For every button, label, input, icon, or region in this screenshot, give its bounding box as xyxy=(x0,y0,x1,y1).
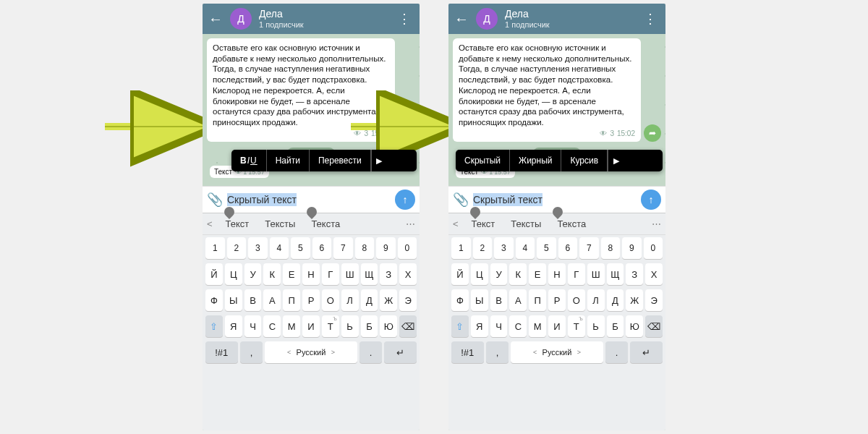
key-В[interactable]: В xyxy=(490,289,508,311)
message-input[interactable]: Скрытый текст xyxy=(473,194,637,205)
key-О[interactable]: О xyxy=(322,289,339,311)
comma-key[interactable]: , xyxy=(486,341,509,363)
send-button[interactable]: ↑ xyxy=(395,190,415,210)
key-Л[interactable]: Л xyxy=(587,289,605,311)
key-7[interactable]: 7 xyxy=(579,237,599,259)
key-Ч[interactable]: Ч xyxy=(490,315,508,337)
suggestion-2[interactable]: Тексты xyxy=(508,218,544,229)
key-Д[interactable]: Д xyxy=(361,289,378,311)
key-Ф[interactable]: Ф xyxy=(205,289,223,311)
context-more-icon[interactable]: ▶ xyxy=(371,150,387,171)
key-А[interactable]: А xyxy=(263,289,281,311)
key-0[interactable]: 0 xyxy=(644,237,663,259)
key-Э[interactable]: Э xyxy=(645,289,663,311)
key-К[interactable]: К xyxy=(263,263,281,285)
key-6[interactable]: 6 xyxy=(558,237,578,259)
key-0[interactable]: 0 xyxy=(398,237,417,259)
key-О[interactable]: О xyxy=(568,289,585,311)
back-icon[interactable]: ← xyxy=(454,11,469,27)
key-А[interactable]: А xyxy=(509,289,527,311)
key-Б[interactable]: Б xyxy=(361,315,378,337)
key-Ф[interactable]: Ф xyxy=(451,289,469,311)
suggest-prev-icon[interactable]: < xyxy=(453,218,459,229)
format-bold-button[interactable]: Жирный xyxy=(510,150,561,171)
key-8[interactable]: 8 xyxy=(601,237,621,259)
key-Ж[interactable]: Ж xyxy=(626,289,643,311)
key-Э[interactable]: Э xyxy=(399,289,417,311)
key-Ж[interactable]: Ж xyxy=(380,289,397,311)
key-Я[interactable]: Я xyxy=(471,315,488,337)
key-8[interactable]: 8 xyxy=(355,237,375,259)
key-И[interactable]: И xyxy=(302,315,320,337)
key-Ю[interactable]: Ю xyxy=(380,315,397,337)
key-2[interactable]: 2 xyxy=(473,237,493,259)
more-icon[interactable]: ⋮ xyxy=(641,11,660,27)
suggestion-3[interactable]: Текста xyxy=(554,218,589,229)
shift-key[interactable]: ⇧ xyxy=(205,315,223,337)
space-key[interactable]: < Русский > xyxy=(265,341,357,363)
symbols-key[interactable]: !#1 xyxy=(205,341,238,363)
key-У[interactable]: У xyxy=(244,263,262,285)
key-Г[interactable]: Г xyxy=(568,263,585,285)
key-Т[interactable]: ТЪ xyxy=(568,315,585,337)
key-З[interactable]: З xyxy=(626,263,643,285)
key-4[interactable]: 4 xyxy=(516,237,535,259)
key-Ч[interactable]: Ч xyxy=(244,315,262,337)
key-Я[interactable]: Я xyxy=(225,315,242,337)
key-Ь[interactable]: Ь xyxy=(587,315,605,337)
message-bubble[interactable]: Оставьте его как основную источник и доб… xyxy=(453,38,641,142)
enter-key[interactable]: ↵ xyxy=(630,341,663,363)
avatar[interactable]: Д xyxy=(476,8,498,30)
key-Е[interactable]: Е xyxy=(283,263,300,285)
key-Л[interactable]: Л xyxy=(341,289,359,311)
suggest-more-icon[interactable]: ⋯ xyxy=(652,218,661,229)
title-block[interactable]: Дела 1 подписчик xyxy=(505,9,634,28)
key-5[interactable]: 5 xyxy=(537,237,556,259)
key-3[interactable]: 3 xyxy=(494,237,514,259)
suggestion-2[interactable]: Тексты xyxy=(262,218,298,229)
key-9[interactable]: 9 xyxy=(622,237,642,259)
key-И[interactable]: И xyxy=(548,315,566,337)
key-Ю[interactable]: Ю xyxy=(626,315,643,337)
key-П[interactable]: П xyxy=(283,289,300,311)
back-icon[interactable]: ← xyxy=(208,11,223,27)
key-Ц[interactable]: Ц xyxy=(225,263,242,285)
key-Й[interactable]: Й xyxy=(205,263,223,285)
suggestion-3[interactable]: Текста xyxy=(308,218,343,229)
key-Б[interactable]: Б xyxy=(607,315,624,337)
key-Р[interactable]: Р xyxy=(302,289,320,311)
format-italic-button[interactable]: Курсив xyxy=(561,150,608,171)
avatar[interactable]: Д xyxy=(230,8,252,30)
message-bubble[interactable]: Оставьте его как основную источник и доб… xyxy=(207,38,395,142)
key-1[interactable]: 1 xyxy=(451,237,471,259)
key-У[interactable]: У xyxy=(490,263,508,285)
message-input[interactable]: Скрытый текст xyxy=(227,194,391,205)
backspace-key[interactable]: ⌫ xyxy=(399,315,417,337)
find-button[interactable]: Найти xyxy=(267,150,310,171)
format-biu-button[interactable]: BIU xyxy=(231,150,267,171)
key-Щ[interactable]: Щ xyxy=(607,263,624,285)
translate-button[interactable]: Перевести xyxy=(310,150,371,171)
messages-area[interactable]: Оставьте его как основную источник и доб… xyxy=(448,34,665,186)
key-Р[interactable]: Р xyxy=(548,289,566,311)
key-З[interactable]: З xyxy=(380,263,397,285)
key-Х[interactable]: Х xyxy=(645,263,663,285)
key-Т[interactable]: ТЪ xyxy=(322,315,339,337)
key-Х[interactable]: Х xyxy=(399,263,417,285)
key-1[interactable]: 1 xyxy=(205,237,225,259)
context-more-icon[interactable]: ▶ xyxy=(608,150,624,171)
key-4[interactable]: 4 xyxy=(270,237,289,259)
key-С[interactable]: С xyxy=(263,315,281,337)
key-С[interactable]: С xyxy=(509,315,527,337)
key-2[interactable]: 2 xyxy=(227,237,247,259)
symbols-key[interactable]: !#1 xyxy=(451,341,484,363)
key-Н[interactable]: Н xyxy=(548,263,566,285)
suggest-more-icon[interactable]: ⋯ xyxy=(406,218,415,229)
key-Ь[interactable]: Ь xyxy=(341,315,359,337)
key-П[interactable]: П xyxy=(529,289,546,311)
shift-key[interactable]: ⇧ xyxy=(451,315,469,337)
format-spoiler-button[interactable]: Скрытый xyxy=(456,150,510,171)
key-Й[interactable]: Й xyxy=(451,263,469,285)
share-button[interactable]: ➦ xyxy=(644,124,661,142)
key-Ы[interactable]: Ы xyxy=(225,289,242,311)
